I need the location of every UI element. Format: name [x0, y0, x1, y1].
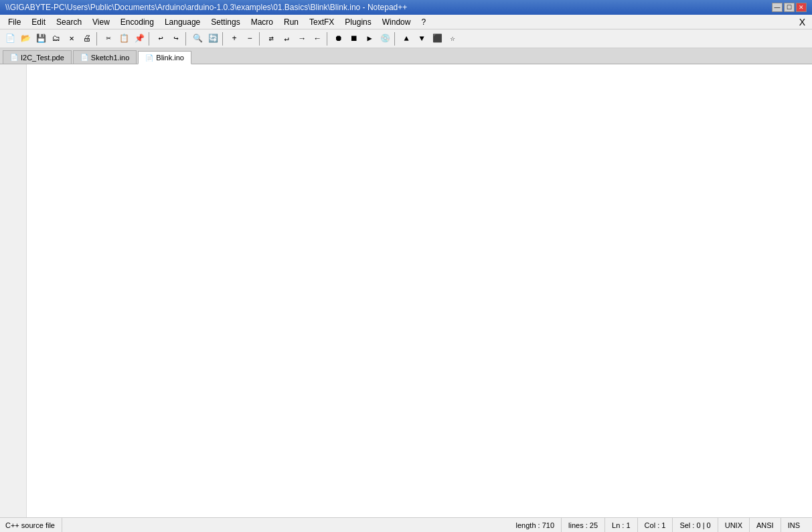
title-bar-controls: — ☐ ✕ [772, 3, 807, 12]
toolbar-outdent[interactable]: ← [310, 31, 325, 46]
toolbar-paste[interactable]: 📌 [132, 31, 147, 46]
menu-plugins[interactable]: Plugins [339, 16, 376, 28]
tab-sketch1-label: Sketch1.ino [91, 54, 129, 62]
toolbar-copy[interactable]: 📋 [116, 31, 131, 46]
toolbar-sep5 [259, 32, 262, 46]
menu-bar: File Edit Search View Encoding Language … [0, 15, 812, 29]
line-numbers [0, 64, 27, 517]
status-file-type: C++ source file [5, 518, 62, 532]
toolbar-save[interactable]: 💾 [33, 31, 48, 46]
status-bar: C++ source file length : 710 lines : 25 … [0, 517, 812, 532]
tab-blink[interactable]: 📄 Blink.ino [138, 51, 191, 64]
menu-language[interactable]: Language [159, 16, 206, 28]
toolbar-cut[interactable]: ✂ [101, 31, 116, 46]
menu-search[interactable]: Search [51, 16, 87, 28]
menu-settings[interactable]: Settings [206, 16, 245, 28]
toolbar-zoom-out[interactable]: − [242, 31, 257, 46]
toolbar: 📄 📂 💾 🗂 ✕ 🖨 ✂ 📋 📌 ↩ ↪ 🔍 🔄 + − ⇄ ↵ → ← ⏺ … [0, 29, 812, 48]
toolbar-extra2[interactable]: ▼ [414, 31, 429, 46]
menu-macro[interactable]: Macro [246, 16, 278, 28]
maximize-button[interactable]: ☐ [784, 3, 795, 12]
toolbar-extra3[interactable]: ⬛ [430, 31, 444, 46]
minimize-button[interactable]: — [772, 3, 783, 12]
toolbar-print[interactable]: 🖨 [80, 31, 94, 46]
menu-window[interactable]: Window [377, 16, 416, 28]
toolbar-undo[interactable]: ↩ [153, 31, 168, 46]
tab-blink-label: Blink.ino [156, 54, 184, 62]
tab-sketch1-icon: 📄 [80, 54, 88, 61]
toolbar-sep6 [327, 32, 329, 46]
menu-file[interactable]: File [3, 16, 26, 28]
tab-i2c[interactable]: 📄 I2C_Test.pde [3, 50, 72, 64]
menu-encoding[interactable]: Encoding [115, 16, 159, 28]
toolbar-close[interactable]: ✕ [64, 31, 79, 46]
toolbar-sep1 [96, 32, 99, 46]
status-length: length : 710 [509, 518, 562, 532]
tab-bar: 📄 I2C_Test.pde 📄 Sketch1.ino 📄 Blink.ino [0, 48, 812, 64]
tab-i2c-icon: 📄 [10, 54, 18, 61]
status-lines: lines : 25 [562, 518, 605, 532]
tab-i2c-label: I2C_Test.pde [21, 54, 64, 62]
toolbar-new[interactable]: 📄 [3, 31, 17, 46]
toolbar-redo[interactable]: ↪ [169, 31, 183, 46]
status-eol: UNIX [718, 518, 750, 532]
close-button[interactable]: ✕ [796, 3, 807, 12]
toolbar-save-all[interactable]: 🗂 [49, 31, 64, 46]
toolbar-extra1[interactable]: ▲ [399, 31, 414, 46]
status-encoding: ANSI [750, 518, 781, 532]
toolbar-indent[interactable]: → [295, 31, 309, 46]
toolbar-sep4 [222, 32, 225, 46]
close-x-button[interactable]: X [795, 17, 809, 27]
toolbar-find[interactable]: 🔍 [190, 31, 205, 46]
toolbar-macro-rec[interactable]: ⏺ [331, 31, 346, 46]
code-area[interactable] [27, 64, 812, 517]
title-bar: \\GIGABYTE-PC\Users\Public\Documents\Ard… [0, 0, 812, 15]
status-sel: Sel : 0 | 0 [673, 518, 718, 532]
toolbar-sep7 [394, 32, 397, 46]
menu-help[interactable]: ? [416, 16, 431, 28]
toolbar-wrap[interactable]: ↵ [279, 31, 294, 46]
toolbar-open[interactable]: 📂 [18, 31, 33, 46]
menu-textfx[interactable]: TextFX [304, 16, 339, 28]
menu-edit[interactable]: Edit [26, 16, 51, 28]
toolbar-sep2 [149, 32, 151, 46]
toolbar-macro-play[interactable]: ▶ [362, 31, 377, 46]
status-ins: INS [781, 518, 807, 532]
status-ln: Ln : 1 [605, 518, 638, 532]
menu-run[interactable]: Run [278, 16, 304, 28]
toolbar-sync-scroll[interactable]: ⇄ [264, 31, 278, 46]
toolbar-extra4[interactable]: ☆ [445, 31, 460, 46]
toolbar-macro-stop[interactable]: ⏹ [347, 31, 361, 46]
toolbar-sep3 [185, 32, 188, 46]
status-col: Col : 1 [638, 518, 673, 532]
menu-view[interactable]: View [87, 16, 115, 28]
toolbar-replace[interactable]: 🔄 [206, 31, 220, 46]
toolbar-macro-save[interactable]: 💿 [378, 31, 392, 46]
title-bar-title: \\GIGABYTE-PC\Users\Public\Documents\Ard… [5, 3, 407, 12]
tab-blink-icon: 📄 [145, 54, 153, 62]
tab-sketch1[interactable]: 📄 Sketch1.ino [73, 50, 137, 64]
toolbar-zoom-in[interactable]: + [227, 31, 242, 46]
editor-wrapper [0, 64, 812, 517]
